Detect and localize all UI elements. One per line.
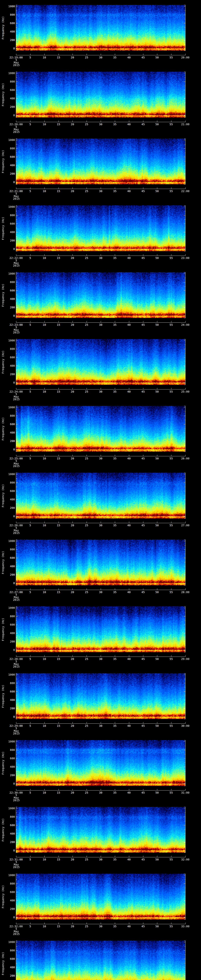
time-tick (16, 923, 16, 924)
y-tick-label: 0 (7, 782, 15, 785)
time-tick-label: 25 (85, 323, 88, 326)
y-tick-label: 1000 (7, 473, 15, 476)
time-tick (72, 856, 73, 857)
y-tick (184, 750, 185, 750)
y-tick (184, 959, 185, 959)
y-axis-endcap (16, 807, 17, 807)
y-tick-label: 0 (7, 248, 15, 250)
time-tick-label: 15 (57, 390, 60, 393)
y-tick-label: 200 (7, 907, 15, 910)
y-tick-label: 0 (7, 47, 15, 50)
time-axis (16, 189, 185, 189)
y-axis-title: Frequency (Hz) (2, 283, 5, 307)
y-tick (16, 349, 18, 349)
y-tick-label: 0 (7, 715, 15, 718)
time-tick (157, 522, 157, 523)
y-axis-endcap (184, 807, 185, 807)
time-tick-label: 15 (57, 858, 60, 861)
y-tick-label: 400 (7, 298, 15, 300)
spectrogram-panel: 02004006008001000Frequency (Hz)22:29:005… (0, 668, 201, 735)
time-tick-label: 30 (99, 925, 102, 928)
y-tick (185, 504, 185, 504)
time-tick (86, 856, 87, 857)
time-tick (30, 455, 30, 456)
time-tick-label: 50 (155, 925, 159, 928)
time-tick-label: 15 (57, 323, 60, 326)
time-tick (16, 321, 16, 323)
date-line: 2015 (13, 732, 20, 735)
time-tick-label: 55 (170, 390, 173, 393)
time-tick-label: 55 (170, 323, 173, 326)
y-tick (16, 433, 18, 433)
y-axis-endcap (184, 184, 185, 185)
y-tick (16, 633, 18, 633)
spectrogram-canvas (16, 138, 185, 184)
y-tick (184, 148, 185, 149)
y-tick-label: 200 (7, 172, 15, 175)
y-tick (16, 875, 18, 875)
y-axis-title-wrap: Frequency (Hz) (0, 406, 6, 452)
y-axis-title-wrap: Frequency (Hz) (0, 5, 6, 51)
y-tick-label: 200 (7, 573, 15, 576)
y-tick (16, 629, 17, 629)
time-tick-label: 25 (85, 657, 88, 660)
y-tick-label: 0 (7, 181, 15, 183)
time-tick (16, 254, 16, 256)
y-tick-label: 600 (7, 824, 15, 827)
spectrogram-panel: 02004006008001000Frequency (Hz)22:19:005… (0, 0, 201, 67)
time-tick-label: 35 (113, 724, 116, 727)
y-tick (185, 896, 185, 897)
plot-area (16, 5, 185, 51)
time-tick (30, 722, 30, 724)
time-tick-label: 40 (128, 457, 131, 460)
y-axis-title-wrap: Frequency (Hz) (0, 740, 6, 786)
time-tick (16, 589, 16, 590)
y-tick (16, 554, 17, 554)
y-tick-label: 600 (7, 690, 15, 693)
y-axis-endcap (184, 853, 185, 853)
y-axis-title-wrap: Frequency (Hz) (0, 539, 6, 585)
date-line: 2015 (13, 532, 20, 534)
time-tick (30, 789, 30, 790)
y-tick (184, 441, 185, 441)
spectrogram-panel: 02004006008001000Frequency (Hz)22:25:005… (0, 401, 201, 468)
time-tick-label: 45 (142, 724, 145, 727)
date-label: 5May2015 (13, 727, 20, 735)
date-line: 2015 (13, 665, 20, 668)
y-axis-endcap (184, 652, 185, 652)
y-tick (16, 717, 18, 717)
spectrogram-panel: 02004006008001000Frequency (Hz)22:22:005… (0, 200, 201, 267)
time-tick-label: 55 (170, 256, 173, 259)
y-tick-label: 200 (7, 841, 15, 843)
y-axis-title: Frequency (Hz) (2, 617, 5, 641)
y-tick (185, 946, 185, 947)
y-tick (16, 232, 18, 232)
time-tick (86, 789, 87, 790)
y-tick (184, 474, 185, 474)
y-tick-label: 1000 (7, 72, 15, 75)
y-tick (16, 282, 18, 282)
time-tick-label: 40 (128, 724, 131, 727)
y-tick-label: 600 (7, 289, 15, 292)
time-tick-label: 5 (29, 56, 31, 59)
y-tick (16, 545, 17, 546)
y-tick (185, 620, 185, 621)
y-tick-label: 200 (7, 440, 15, 442)
y-tick (16, 353, 17, 353)
time-tick-label: 20 (71, 657, 74, 660)
plot-area (16, 205, 185, 251)
spectrogram-canvas (16, 740, 185, 786)
time-tick (72, 54, 73, 55)
plot-area (16, 272, 185, 318)
time-tick (72, 722, 73, 724)
spectrogram-panel: 02004006008001000Frequency (Hz)22:30:005… (0, 735, 201, 802)
time-tick-label: 40 (128, 524, 131, 527)
y-tick-label: 400 (7, 30, 15, 33)
y-tick (185, 236, 185, 237)
y-tick (184, 741, 185, 742)
y-tick (185, 746, 185, 746)
time-tick-label: 10 (43, 724, 46, 727)
time-tick-label: 45 (142, 858, 145, 861)
y-tick-label: 600 (7, 156, 15, 158)
spectrogram-panel: 02004006008001000Frequency (Hz)22:26:005… (0, 468, 201, 535)
